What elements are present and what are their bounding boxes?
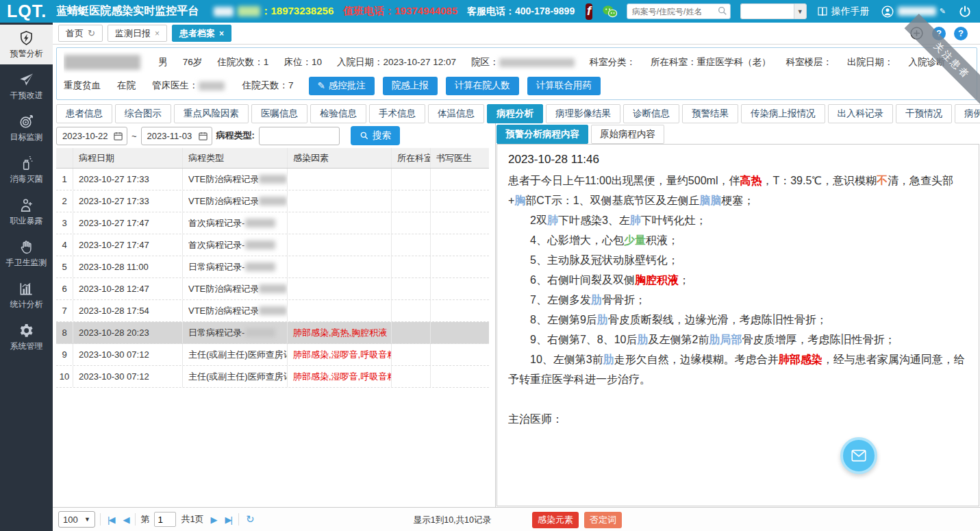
- row-number: 8: [56, 322, 73, 343]
- range-separator: ~: [131, 131, 137, 141]
- content-tab[interactable]: 原始病程内容: [591, 125, 664, 144]
- sidebar-item-7[interactable]: 统计分析: [0, 275, 53, 315]
- message-mail-button[interactable]: [840, 437, 877, 474]
- section-tab[interactable]: 体温信息: [428, 104, 484, 123]
- department-cell: [392, 344, 431, 365]
- table-row[interactable]: 102023-10-30 07:12主任(或副主任)医师查房记录肺部感染,湿啰音…: [56, 366, 489, 388]
- search-button[interactable]: 搜索: [351, 126, 400, 145]
- table-row[interactable]: 52023-10-28 11:00日常病程记录-: [56, 256, 489, 278]
- table-row[interactable]: 82023-10-28 20:23日常病程记录-肺部感染,高热,胸腔积液: [56, 322, 489, 344]
- search-icon[interactable]: [717, 5, 728, 16]
- patient-action-button[interactable]: ✎感控批注: [309, 77, 375, 95]
- section-tab[interactable]: 重点风险因素: [174, 104, 249, 123]
- redacted-patient-name: [64, 55, 140, 70]
- infection-factors: 肺部感染,高热,胸腔积液: [288, 322, 392, 343]
- patient-field: 院区：: [471, 56, 575, 69]
- close-icon[interactable]: ×: [155, 29, 160, 38]
- course-type: VTE防治病程记录-: [183, 300, 288, 321]
- section-tab[interactable]: 病例上报情况: [955, 104, 980, 123]
- section-tab[interactable]: 干预情况: [896, 104, 952, 123]
- table-row[interactable]: 62023-10-28 12:47VTE防治病程记录-: [56, 278, 489, 300]
- doctor-cell: [431, 366, 489, 387]
- course-type: 首次病程记录-: [183, 212, 288, 234]
- section-tab[interactable]: 病理影像结果: [546, 104, 620, 123]
- section-tab[interactable]: 检验信息: [310, 104, 366, 123]
- patient-field: 床位：10: [284, 56, 322, 69]
- course-content-panel: 预警分析病程内容原始病程内容 2023-10-28 11:46 患者于今日上午1…: [495, 123, 980, 507]
- infection-factors: [288, 169, 392, 190]
- page-tab[interactable]: 首页↻: [58, 25, 103, 42]
- section-tab[interactable]: 传染病上报情况: [741, 104, 825, 123]
- sidebar-item-4[interactable]: 消毒灭菌: [0, 150, 53, 190]
- page-number-input[interactable]: [154, 512, 176, 527]
- course-date: 2023-10-27 17:47: [73, 212, 183, 234]
- course-filter: 2023-10-22 ~ 2023-11-03 病程类型: 搜索: [56, 125, 494, 146]
- section-tab[interactable]: 病程分析: [487, 104, 543, 123]
- column-header: 所在科室: [392, 148, 431, 168]
- department-cell: [392, 278, 431, 299]
- table-row[interactable]: 92023-10-30 07:12主任(或副主任)医师查房记录肺部感染,湿啰音,…: [56, 344, 489, 366]
- patient-action-button[interactable]: 院感上报: [383, 77, 438, 95]
- user-menu[interactable]: ✎: [881, 5, 946, 18]
- patient-gender: 男: [158, 56, 168, 69]
- header-select[interactable]: ▼: [740, 3, 807, 19]
- section-tab[interactable]: 手术信息: [369, 104, 425, 123]
- help-icon[interactable]: ?: [954, 27, 968, 40]
- flash-icon[interactable]: f: [586, 3, 592, 20]
- next-page-button[interactable]: ▶: [209, 515, 218, 525]
- sidebar-item-5[interactable]: 职业暴露: [0, 192, 53, 232]
- refresh-icon[interactable]: ↻: [88, 28, 95, 38]
- patient-search-input[interactable]: [627, 3, 731, 19]
- doctor-cell: [431, 234, 489, 256]
- date-to-input[interactable]: 2023-11-03: [141, 127, 212, 145]
- sidebar-item-1[interactable]: 预警分析: [0, 25, 53, 64]
- course-type: 主任(或副主任)医师查房记录: [183, 366, 288, 387]
- table-row[interactable]: 22023-10-27 17:33VTE防治病程记录-: [56, 190, 489, 212]
- table-row[interactable]: 12023-10-27 17:33VTE防治病程记录-: [56, 169, 489, 190]
- date-from-input[interactable]: 2023-10-22: [56, 127, 127, 145]
- content-tab[interactable]: 预警分析病程内容: [497, 125, 588, 144]
- prev-page-button[interactable]: ◀: [121, 515, 130, 525]
- redacted-text: [238, 6, 261, 16]
- hotline-number: ：18973238256: [260, 5, 334, 18]
- manual-button[interactable]: 操作手册: [816, 5, 870, 18]
- refresh-icon[interactable]: ↻: [244, 513, 257, 526]
- section-tab[interactable]: 医嘱信息: [251, 104, 307, 123]
- first-page-button[interactable]: |◀: [105, 515, 116, 525]
- table-row[interactable]: 32023-10-27 17:47首次病程记录-: [56, 212, 489, 234]
- course-type: VTE防治病程记录-: [183, 169, 288, 190]
- doctor-label: 管床医生：: [152, 79, 199, 92]
- chart-icon: [18, 281, 34, 297]
- sidebar-item-3[interactable]: 目标监测: [0, 108, 53, 148]
- patient-action-button[interactable]: 计算联合用药: [527, 77, 601, 95]
- section-tab[interactable]: 综合图示: [115, 104, 171, 123]
- course-type-input[interactable]: [259, 127, 340, 145]
- page-size-select[interactable]: 100▼: [58, 511, 95, 528]
- page-tab[interactable]: 患者档案×: [172, 25, 231, 42]
- course-type: VTE防治病程记录-: [183, 278, 288, 299]
- section-tab[interactable]: 预警结果: [682, 104, 738, 123]
- patient-action-button[interactable]: 计算在院人数: [446, 77, 519, 95]
- table-row[interactable]: 72023-10-28 17:54VTE防治病程记录-: [56, 300, 489, 322]
- section-tab[interactable]: 诊断信息: [623, 104, 679, 123]
- page-tab[interactable]: 监测日报×: [108, 25, 167, 42]
- patient-tag: 在院: [117, 79, 136, 92]
- course-date: 2023-10-27 17:33: [73, 190, 183, 212]
- sidebar-item-8[interactable]: 系统管理: [0, 317, 53, 357]
- sidebar-item-6[interactable]: 手卫生监测: [0, 234, 53, 273]
- wechat-icon[interactable]: [601, 3, 618, 21]
- close-icon[interactable]: ×: [219, 29, 224, 38]
- course-type: 首次病程记录-: [183, 234, 288, 256]
- sidebar-item-label: 消毒灭菌: [10, 173, 43, 185]
- section-tab[interactable]: 出入科记录: [828, 104, 894, 123]
- row-number: 4: [56, 234, 73, 256]
- table-row[interactable]: 42023-10-27 17:47首次病程记录-: [56, 234, 489, 256]
- last-page-button[interactable]: ▶|: [223, 515, 234, 525]
- course-text-line: 9、右侧第7、8、10后肋及左侧第2前肋局部骨皮质增厚，考虑陈旧性骨折；: [508, 330, 968, 349]
- hand-icon: [18, 239, 34, 255]
- logout-power-icon[interactable]: [958, 5, 972, 18]
- section-tab[interactable]: 患者信息: [56, 104, 112, 123]
- course-date: 2023-10-28 11:00: [73, 256, 183, 277]
- course-text-line: 10、左侧第3前肋走形欠自然，边缘模糊。考虑合并肺部感染，经与患者家属沟通同意，…: [508, 349, 968, 389]
- sidebar-item-2[interactable]: 干预改进: [0, 66, 53, 106]
